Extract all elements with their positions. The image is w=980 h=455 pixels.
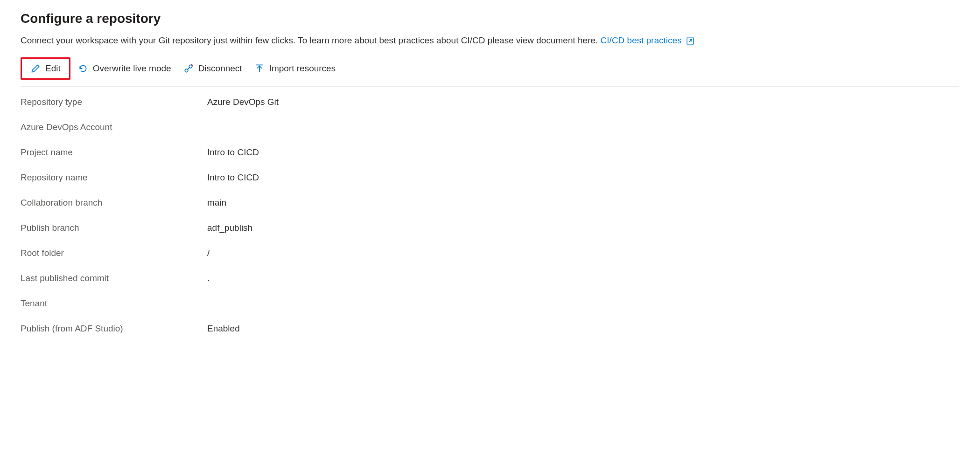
disconnect-icon <box>183 63 194 74</box>
edit-highlight: Edit <box>21 57 70 80</box>
overwrite-label: Overwrite live mode <box>93 63 171 74</box>
page-title: Configure a repository <box>21 11 959 26</box>
detail-row: Publish (from ADF Studio) Enabled <box>21 324 959 334</box>
detail-value: Enabled <box>207 324 240 334</box>
detail-row: Repository name Intro to CICD <box>21 172 959 183</box>
detail-row: Repository type Azure DevOps Git <box>21 97 959 107</box>
repository-details: Repository type Azure DevOps Git Azure D… <box>21 97 959 334</box>
detail-label: Tenant <box>21 298 207 309</box>
detail-row: Azure DevOps Account <box>21 122 959 132</box>
disconnect-label: Disconnect <box>198 63 242 74</box>
link-text: CI/CD best practices <box>601 35 682 45</box>
detail-value: main <box>207 198 226 208</box>
overwrite-live-mode-button[interactable]: Overwrite live mode <box>73 61 176 76</box>
description-text: Connect your workspace with your Git rep… <box>21 35 598 45</box>
disconnect-button[interactable]: Disconnect <box>179 61 247 76</box>
detail-value: adf_publish <box>207 223 252 233</box>
edit-label: Edit <box>45 63 61 74</box>
detail-row: Collaboration branch main <box>21 198 959 208</box>
refresh-icon <box>78 63 88 74</box>
import-label: Import resources <box>269 63 336 74</box>
detail-row: Last published commit . <box>21 273 959 283</box>
detail-value: Azure DevOps Git <box>207 97 279 107</box>
toolbar: Edit Overwrite live mode Disconnect Impo… <box>21 57 959 87</box>
detail-label: Last published commit <box>21 273 207 283</box>
detail-value: . <box>207 273 210 283</box>
import-arrow-icon <box>254 63 265 74</box>
detail-row: Root folder / <box>21 248 959 258</box>
detail-value: Intro to CICD <box>207 172 259 183</box>
external-link-icon <box>686 37 694 45</box>
detail-label: Repository name <box>21 172 207 183</box>
import-resources-button[interactable]: Import resources <box>250 61 341 76</box>
detail-row: Publish branch adf_publish <box>21 223 959 233</box>
page-description: Connect your workspace with your Git rep… <box>21 34 959 47</box>
detail-row: Project name Intro to CICD <box>21 147 959 158</box>
edit-button[interactable]: Edit <box>26 61 65 76</box>
detail-label: Publish branch <box>21 223 207 233</box>
detail-label: Publish (from ADF Studio) <box>21 324 207 334</box>
detail-label: Project name <box>21 147 207 158</box>
detail-row: Tenant <box>21 298 959 309</box>
detail-label: Repository type <box>21 97 207 107</box>
cicd-best-practices-link[interactable]: CI/CD best practices <box>601 35 695 45</box>
detail-label: Root folder <box>21 248 207 258</box>
pencil-icon <box>30 63 41 74</box>
detail-label: Azure DevOps Account <box>21 122 207 132</box>
detail-label: Collaboration branch <box>21 198 207 208</box>
detail-value: Intro to CICD <box>207 147 259 158</box>
detail-value: / <box>207 248 210 258</box>
